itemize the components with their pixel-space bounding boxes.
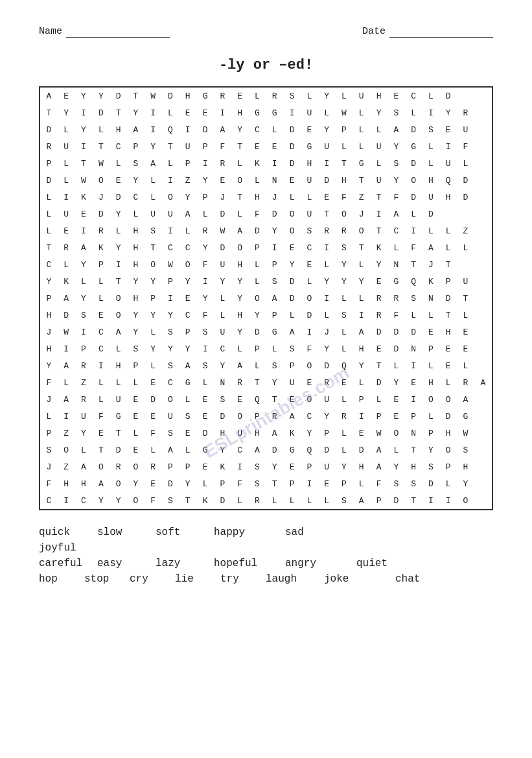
grid-cell: L xyxy=(266,340,283,357)
grid-cell: L xyxy=(353,475,370,492)
grid-cell: E xyxy=(196,458,214,475)
grid-cell: L xyxy=(110,374,127,391)
grid-cell: H xyxy=(249,425,266,442)
grid-cell: L xyxy=(58,256,75,273)
word-stop: stop xyxy=(84,573,130,585)
name-underline xyxy=(66,26,170,38)
grid-cell: L xyxy=(249,172,266,189)
grid-cell: Y xyxy=(370,256,387,273)
date-underline xyxy=(389,26,493,38)
grid-cell: L xyxy=(422,138,440,155)
grid-cell: I xyxy=(266,239,283,256)
grid-cell: E xyxy=(214,172,231,189)
grid-cell: H xyxy=(127,239,145,256)
grid-cell: H xyxy=(353,458,370,475)
grid-cell: E xyxy=(179,425,196,442)
grid-cell: T xyxy=(162,138,179,155)
grid-cell: O xyxy=(301,391,318,408)
grid-cell: H xyxy=(249,189,266,206)
grid-cell: Y xyxy=(214,357,231,374)
grid-cell: L xyxy=(127,425,145,442)
grid-cell: H xyxy=(127,222,145,239)
grid-cell: H xyxy=(353,340,370,357)
grid-cell: E xyxy=(92,425,110,442)
grid-cell: D xyxy=(58,307,75,324)
grid-cell: P xyxy=(75,340,93,357)
grid-cell: S xyxy=(162,357,179,374)
grid-cell: L xyxy=(405,104,422,121)
grid-cell: L xyxy=(75,273,93,290)
grid-cell: J xyxy=(92,189,110,206)
grid-cell: G xyxy=(266,324,283,340)
grid-cell: T xyxy=(110,425,127,442)
word-hop: hop xyxy=(39,573,84,585)
grid-cell: S xyxy=(336,239,353,256)
grid-cell: T xyxy=(40,104,58,121)
grid-cell: H xyxy=(58,475,75,492)
grid-cell: L xyxy=(249,273,266,290)
grid-cell: D xyxy=(145,391,162,408)
grid-cell: G xyxy=(179,374,196,391)
grid-cell: A xyxy=(387,206,405,222)
grid-cell: A xyxy=(214,121,231,138)
grid-cell: E xyxy=(387,88,405,104)
grid-cell: L xyxy=(439,222,457,239)
grid-cell: A xyxy=(474,374,492,391)
grid-cell: N xyxy=(266,172,283,189)
grid-cell: I xyxy=(231,458,249,475)
grid-cell: Q xyxy=(162,121,179,138)
grid-cell: Y xyxy=(214,273,231,290)
grid-cell: I xyxy=(145,121,162,138)
grid-cell: Y xyxy=(75,256,93,273)
grid-cell: R xyxy=(58,239,75,256)
grid-cell: P xyxy=(40,155,58,172)
grid-cell: Y xyxy=(266,222,283,239)
grid-cell: A xyxy=(58,357,75,374)
grid-cell: R xyxy=(214,88,231,104)
grid-cell: U xyxy=(318,391,336,408)
grid-cell: L xyxy=(422,88,440,104)
grid-cell: E xyxy=(370,340,387,357)
grid-cell: Y xyxy=(370,104,387,121)
grid-cell: P xyxy=(370,492,387,509)
grid-cell: H xyxy=(231,104,249,121)
grid-cell: Z xyxy=(457,222,474,239)
grid-cell: A xyxy=(58,391,75,408)
grid-cell: D xyxy=(439,88,457,104)
grid-cell: D xyxy=(196,121,214,138)
grid-cell: I xyxy=(58,408,75,425)
grid-cell: Q xyxy=(336,357,353,374)
grid-cell: H xyxy=(336,172,353,189)
grid-cell: Z xyxy=(179,172,196,189)
grid-cell: Y xyxy=(231,290,249,307)
grid-cell: O xyxy=(457,492,474,509)
grid-cell: L xyxy=(58,121,75,138)
grid-cell: L xyxy=(266,121,283,138)
grid-cell: D xyxy=(405,324,422,340)
grid-cell: Y xyxy=(92,492,110,509)
grid-cell: U xyxy=(75,408,93,425)
grid-cell: L xyxy=(301,273,318,290)
grid-cell: I xyxy=(179,121,196,138)
grid-cell: P xyxy=(179,155,196,172)
grid-cell: H xyxy=(422,374,440,391)
word-angry: angry xyxy=(285,558,356,569)
grid-cell: U xyxy=(370,138,387,155)
grid-cell: F xyxy=(92,408,110,425)
grid-cell: O xyxy=(58,442,75,458)
grid-cell: W xyxy=(58,324,75,340)
grid-cell: T xyxy=(439,256,457,273)
grid-cell: D xyxy=(387,340,405,357)
grid-cell: U xyxy=(214,256,231,273)
grid-cell: L xyxy=(110,340,127,357)
grid-cell: O xyxy=(439,442,457,458)
grid-cell: A xyxy=(266,425,283,442)
grid-cell: P xyxy=(439,273,457,290)
grid-cell: J xyxy=(214,189,231,206)
grid-cell: E xyxy=(422,324,440,340)
grid-cell: F xyxy=(145,492,162,509)
grid-cell: Y xyxy=(110,492,127,509)
grid-cell: E xyxy=(301,256,318,273)
grid-cell: T xyxy=(92,442,110,458)
grid-cell: H xyxy=(370,88,387,104)
